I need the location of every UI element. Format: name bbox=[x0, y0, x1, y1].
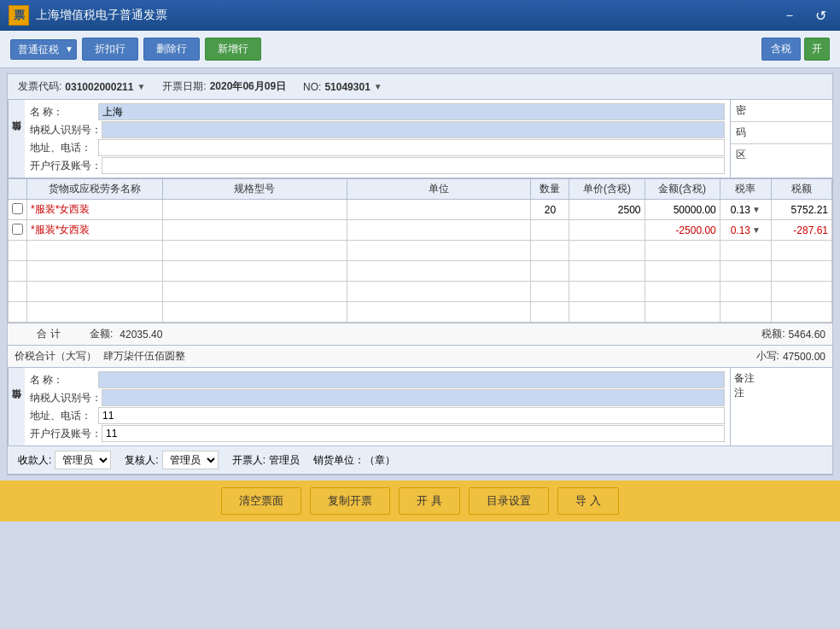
empty-cell bbox=[347, 302, 531, 323]
add-row-button[interactable]: 新增行 bbox=[205, 38, 261, 61]
empty-cell bbox=[645, 302, 720, 323]
table-row: *服装*女西装 20 2500 50000.00 0.13 ▼ 5752.21 bbox=[9, 200, 832, 220]
summary-tax-label: 税额: bbox=[761, 327, 785, 341]
clear-button[interactable]: 清空票面 bbox=[221, 487, 301, 515]
import-button[interactable]: 导 入 bbox=[557, 487, 619, 515]
remark-label-zhu: 注 bbox=[734, 386, 829, 400]
row1-checkbox[interactable] bbox=[12, 203, 23, 214]
total-row: 价税合计（大写） 肆万柒仟伍佰圆整 小写: 47500.00 bbox=[8, 346, 832, 368]
buyer-bank-label: 开户行及账号： bbox=[30, 159, 102, 173]
col-unit: 单位 bbox=[347, 179, 531, 200]
empty-cell bbox=[720, 241, 771, 261]
app-icon: 票 bbox=[9, 5, 29, 26]
seller-section: 销货单位 名 称： 纳税人识别号： 地址、电话： 开户行及账号： bbox=[8, 368, 832, 446]
empty-cell bbox=[162, 282, 347, 302]
issue-button[interactable]: 开 具 bbox=[399, 487, 460, 515]
invoice-date-row: 开票日期: 2020年06月09日 bbox=[162, 79, 286, 94]
seller-taxid-row: 纳税人识别号： bbox=[30, 389, 725, 406]
buyer-address-label: 地址、电话： bbox=[30, 141, 98, 155]
total-small-label: 小写: bbox=[756, 349, 779, 364]
seller-taxid-input[interactable] bbox=[102, 389, 725, 406]
reviewer-select[interactable]: 管理员 bbox=[162, 451, 219, 469]
footer-bar: 收款人: 管理员 复核人: 管理员 开票人: 管理员 销货单位：（章） bbox=[8, 446, 832, 475]
code-dropdown-icon[interactable]: ▼ bbox=[137, 82, 145, 91]
row2-tax-rate: 0.13 ▼ bbox=[720, 220, 771, 241]
col-spec: 规格型号 bbox=[162, 179, 347, 200]
empty-cell bbox=[771, 241, 831, 261]
buyer-name-input[interactable] bbox=[98, 103, 725, 120]
row2-tax-dropdown[interactable]: ▼ bbox=[752, 225, 761, 235]
seller-fields: 名 称： 纳税人识别号： 地址、电话： 开户行及账号： bbox=[25, 368, 730, 446]
buyer-section: 购货单位 名 称： 纳税人识别号： 地址、电话： 开户行及账号： bbox=[8, 100, 832, 178]
sales-unit-label: 销货单位：（章） bbox=[313, 453, 395, 468]
row2-spec[interactable] bbox=[162, 220, 347, 241]
row2-unit[interactable] bbox=[347, 220, 531, 241]
seller-bank-row: 开户行及账号： bbox=[30, 425, 725, 442]
discount-row-button[interactable]: 折扣行 bbox=[82, 38, 138, 61]
app-title: 上海增值税电子普通发票 bbox=[36, 8, 167, 23]
row1-spec[interactable] bbox=[162, 200, 347, 220]
delete-row-button[interactable]: 删除行 bbox=[143, 38, 200, 61]
table-row-empty bbox=[9, 241, 832, 261]
row1-amount: 50000.00 bbox=[645, 200, 720, 220]
no-dropdown-icon[interactable]: ▼ bbox=[374, 82, 382, 91]
empty-cell bbox=[569, 282, 645, 302]
empty-cell bbox=[771, 302, 831, 323]
seller-name-row: 名 称： bbox=[30, 371, 725, 388]
row1-item-name[interactable]: *服装*女西装 bbox=[27, 200, 163, 220]
col-checkbox bbox=[9, 179, 27, 200]
row2-checkbox[interactable] bbox=[12, 224, 23, 235]
buyer-bank-input[interactable] bbox=[102, 157, 725, 174]
issuer-value: 管理员 bbox=[269, 453, 300, 468]
seller-name-input[interactable] bbox=[98, 371, 725, 388]
title-left: 票 上海增值税电子普通发票 bbox=[9, 5, 167, 26]
buyer-address-input[interactable] bbox=[98, 139, 725, 156]
copy-button[interactable]: 复制开票 bbox=[310, 487, 390, 515]
empty-cell bbox=[27, 241, 163, 261]
tax-type-select[interactable]: 普通征税 bbox=[10, 39, 77, 60]
secret-section: 密 码 区 bbox=[730, 100, 832, 178]
empty-cell bbox=[569, 261, 645, 282]
col-qty: 数量 bbox=[531, 179, 569, 200]
col-unit-price: 单价(含税) bbox=[569, 179, 645, 200]
remark-section: 备注 注 bbox=[730, 368, 832, 446]
empty-cell bbox=[27, 302, 163, 323]
seller-bank-input[interactable] bbox=[102, 425, 725, 442]
seller-side-label: 销货单位 bbox=[8, 368, 25, 446]
row2-qty[interactable] bbox=[531, 220, 569, 241]
items-table-section: 货物或应税劳务名称 规格型号 单位 数量 单价(含税) 金额(含税) 税率 税额… bbox=[8, 178, 832, 323]
empty-cell bbox=[645, 282, 720, 302]
main-content: 发票代码: 031002000211 ▼ 开票日期: 2020年06月09日 N… bbox=[7, 73, 833, 475]
summary-amount-label: 金额: bbox=[90, 327, 113, 341]
row2-item-name[interactable]: *服装*女西装 bbox=[27, 220, 163, 241]
title-bar: 票 上海增值税电子普通发票 － ↺ bbox=[0, 0, 840, 31]
seller-address-input[interactable] bbox=[98, 407, 725, 424]
row1-tax-amount: 5752.21 bbox=[771, 200, 831, 220]
minimize-btn[interactable]: － bbox=[778, 5, 802, 26]
row2-unit-price[interactable] bbox=[569, 220, 645, 241]
tax-toggle-button[interactable]: 开 bbox=[804, 38, 830, 61]
code-value: 031002000211 bbox=[65, 81, 133, 93]
close-btn[interactable]: ↺ bbox=[810, 6, 831, 26]
row1-unit-price[interactable]: 2500 bbox=[569, 200, 645, 220]
catalog-button[interactable]: 目录设置 bbox=[469, 487, 549, 515]
row1-tax-dropdown[interactable]: ▼ bbox=[752, 205, 761, 214]
receiver-field: 收款人: 管理员 bbox=[18, 451, 111, 469]
buyer-taxid-input[interactable] bbox=[102, 121, 725, 138]
empty-cell bbox=[771, 261, 831, 282]
issuer-field: 开票人: 管理员 bbox=[232, 453, 300, 468]
secret-label-row3: 区 bbox=[731, 144, 832, 166]
row1-qty[interactable]: 20 bbox=[531, 200, 569, 220]
no-label: NO: bbox=[303, 81, 321, 93]
tax-inclusive-button[interactable]: 含税 bbox=[761, 38, 801, 61]
empty-cell bbox=[645, 261, 720, 282]
buyer-name-label: 名 称： bbox=[30, 105, 98, 119]
seller-taxid-label: 纳税人识别号： bbox=[30, 391, 102, 405]
empty-cell bbox=[347, 261, 531, 282]
receiver-select[interactable]: 管理员 bbox=[55, 451, 111, 469]
row1-spec-input[interactable] bbox=[166, 204, 343, 216]
row1-unit-input[interactable] bbox=[351, 204, 528, 216]
tax-type-wrapper[interactable]: 普通征税 ▼ bbox=[10, 39, 77, 60]
table-row-empty bbox=[9, 261, 832, 282]
row1-unit[interactable] bbox=[347, 200, 531, 220]
